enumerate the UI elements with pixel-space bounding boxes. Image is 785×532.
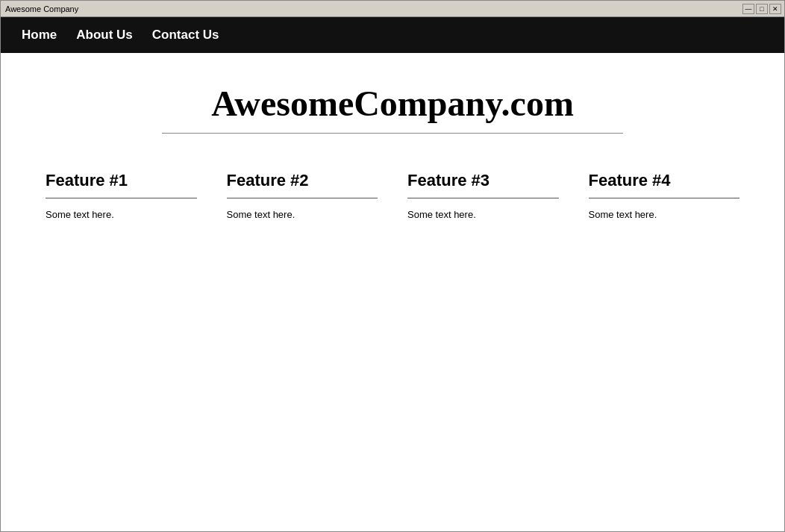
feature-2-divider xyxy=(227,198,378,198)
feature-4-divider xyxy=(589,198,740,198)
feature-3-title: Feature #3 xyxy=(407,171,559,190)
feature-2: Feature #2 Some text here. xyxy=(219,171,386,220)
nav-link-about[interactable]: About Us xyxy=(70,25,139,46)
feature-3: Feature #3 Some text here. xyxy=(400,171,566,220)
features-grid: Feature #1 Some text here. Feature #2 So… xyxy=(38,171,747,220)
window-frame: Awesome Company — □ ✕ Home About Us Cont… xyxy=(0,0,785,532)
feature-4-text: Some text here. xyxy=(589,209,740,220)
feature-1-title: Feature #1 xyxy=(46,171,197,190)
window-title: Awesome Company xyxy=(4,4,78,13)
site-title: AwesomeCompany.com xyxy=(38,83,747,124)
feature-1: Feature #1 Some text here. xyxy=(38,171,204,220)
nav-link-contact[interactable]: Contact Us xyxy=(146,25,225,46)
close-button[interactable]: ✕ xyxy=(769,4,781,14)
feature-1-text: Some text here. xyxy=(46,209,197,220)
nav-link-home[interactable]: Home xyxy=(16,25,63,46)
minimize-button[interactable]: — xyxy=(742,4,754,14)
feature-3-divider xyxy=(407,198,559,198)
main-content: AwesomeCompany.com Feature #1 Some text … xyxy=(1,53,784,531)
feature-4: Feature #4 Some text here. xyxy=(581,171,748,220)
feature-2-title: Feature #2 xyxy=(227,171,378,190)
navbar: Home About Us Contact Us xyxy=(1,17,784,53)
title-bar: Awesome Company — □ ✕ xyxy=(1,1,784,17)
feature-3-text: Some text here. xyxy=(407,209,559,220)
title-bar-buttons: — □ ✕ xyxy=(742,4,781,14)
feature-2-text: Some text here. xyxy=(227,209,378,220)
feature-4-title: Feature #4 xyxy=(589,171,740,190)
feature-1-divider xyxy=(46,198,197,198)
title-divider xyxy=(162,133,623,134)
maximize-button[interactable]: □ xyxy=(756,4,768,14)
